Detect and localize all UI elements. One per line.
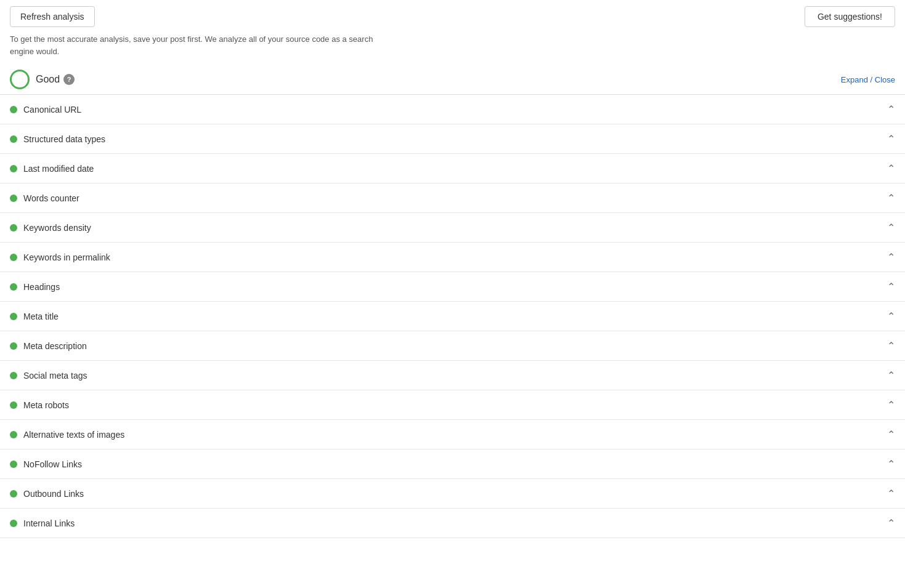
status-dot [10, 254, 17, 261]
status-dot [10, 283, 17, 291]
top-bar: Refresh analysis Get suggestions! [0, 0, 905, 33]
item-left: Headings [10, 282, 60, 292]
item-label: Internal Links [23, 518, 75, 528]
analysis-item[interactable]: Keywords in permalink⌃ [0, 243, 905, 272]
analysis-item[interactable]: Headings⌃ [0, 272, 905, 302]
status-dot [10, 165, 17, 172]
chevron-up-icon: ⌃ [887, 429, 895, 440]
status-dot [10, 106, 17, 113]
item-label: Meta title [23, 312, 59, 321]
item-label: Meta robots [23, 400, 69, 410]
chevron-up-icon: ⌃ [887, 281, 895, 292]
help-icon[interactable]: ? [63, 74, 75, 85]
item-label: Structured data types [23, 134, 105, 144]
item-left: Meta description [10, 341, 87, 351]
close-label: Close [875, 75, 895, 84]
item-label: Keywords density [23, 223, 91, 233]
status-dot [10, 520, 17, 527]
item-label: Social meta tags [23, 371, 87, 381]
info-text: To get the most accurate analysis, save … [0, 33, 400, 65]
analysis-list: Canonical URL⌃Structured data types⌃Last… [0, 95, 905, 538]
analysis-item[interactable]: Meta robots⌃ [0, 390, 905, 420]
item-left: Last modified date [10, 164, 94, 174]
item-label: Alternative texts of images [23, 430, 124, 440]
item-left: Internal Links [10, 518, 75, 528]
status-header: Good ? Expand / Close [0, 65, 905, 95]
item-left: Alternative texts of images [10, 430, 124, 440]
item-label: Outbound Links [23, 489, 84, 499]
analysis-item[interactable]: Meta title⌃ [0, 302, 905, 331]
expand-label: Expand [841, 75, 868, 84]
chevron-up-icon: ⌃ [887, 103, 895, 115]
item-left: Structured data types [10, 134, 105, 144]
analysis-item[interactable]: Outbound Links⌃ [0, 479, 905, 509]
expand-close-link[interactable]: Expand / Close [841, 75, 895, 84]
status-dot [10, 313, 17, 320]
status-circle [10, 70, 30, 89]
item-label: Last modified date [23, 164, 94, 174]
item-label: Headings [23, 282, 60, 292]
analysis-item[interactable]: Social meta tags⌃ [0, 361, 905, 390]
chevron-up-icon: ⌃ [887, 310, 895, 322]
item-label: Words counter [23, 193, 79, 203]
analysis-item[interactable]: Last modified date⌃ [0, 154, 905, 183]
chevron-up-icon: ⌃ [887, 369, 895, 381]
chevron-up-icon: ⌃ [887, 192, 895, 204]
item-left: Canonical URL [10, 105, 81, 115]
status-dot [10, 195, 17, 202]
get-suggestions-button[interactable]: Get suggestions! [805, 6, 895, 27]
status-dot [10, 401, 17, 409]
analysis-item[interactable]: Structured data types⌃ [0, 124, 905, 154]
status-dot [10, 490, 17, 497]
chevron-up-icon: ⌃ [887, 399, 895, 411]
status-dot [10, 135, 17, 143]
analysis-item[interactable]: Meta description⌃ [0, 331, 905, 361]
status-dot [10, 224, 17, 232]
item-left: Outbound Links [10, 489, 84, 499]
analysis-item[interactable]: Alternative texts of images⌃ [0, 420, 905, 449]
separator: / [868, 75, 875, 84]
item-left: Meta robots [10, 400, 69, 410]
chevron-up-icon: ⌃ [887, 222, 895, 233]
item-left: Social meta tags [10, 371, 87, 381]
item-left: NoFollow Links [10, 459, 82, 469]
refresh-analysis-button[interactable]: Refresh analysis [10, 6, 95, 27]
analysis-item[interactable]: Keywords density⌃ [0, 213, 905, 243]
chevron-up-icon: ⌃ [887, 251, 895, 263]
status-dot [10, 461, 17, 468]
chevron-up-icon: ⌃ [887, 133, 895, 145]
chevron-up-icon: ⌃ [887, 340, 895, 352]
item-left: Keywords density [10, 223, 91, 233]
chevron-up-icon: ⌃ [887, 163, 895, 174]
chevron-up-icon: ⌃ [887, 488, 895, 499]
item-label: Meta description [23, 341, 87, 351]
chevron-up-icon: ⌃ [887, 458, 895, 470]
item-label: NoFollow Links [23, 459, 82, 469]
analysis-item[interactable]: NoFollow Links⌃ [0, 449, 905, 479]
analysis-item[interactable]: Canonical URL⌃ [0, 95, 905, 124]
chevron-up-icon: ⌃ [887, 517, 895, 529]
item-label: Keywords in permalink [23, 252, 110, 262]
analysis-item[interactable]: Internal Links⌃ [0, 509, 905, 538]
item-left: Keywords in permalink [10, 252, 110, 262]
status-dot [10, 342, 17, 350]
status-label: Good [36, 74, 60, 85]
item-left: Meta title [10, 312, 59, 321]
item-label: Canonical URL [23, 105, 81, 115]
status-dot [10, 372, 17, 379]
analysis-item[interactable]: Words counter⌃ [0, 183, 905, 213]
item-left: Words counter [10, 193, 79, 203]
status-dot [10, 431, 17, 438]
